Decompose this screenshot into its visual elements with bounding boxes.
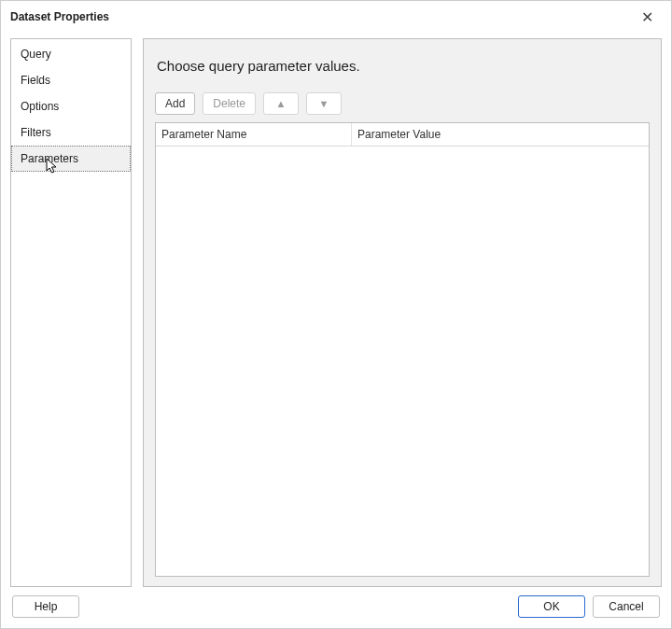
sidebar-item-query[interactable]: Query: [11, 41, 131, 67]
titlebar: Dataset Properties ✕: [1, 1, 671, 33]
sidebar-item-parameters[interactable]: Parameters: [11, 146, 131, 172]
delete-button[interactable]: Delete: [203, 92, 256, 115]
help-button[interactable]: Help: [12, 595, 79, 618]
main-heading: Choose query parameter values.: [157, 58, 650, 74]
arrow-up-icon: ▲: [276, 99, 287, 109]
sidebar-item-label: Filters: [21, 126, 51, 139]
help-button-label: Help: [35, 600, 58, 613]
ok-button[interactable]: OK: [518, 595, 585, 618]
cancel-button[interactable]: Cancel: [593, 595, 660, 618]
sidebar-item-fields[interactable]: Fields: [11, 67, 131, 93]
sidebar-item-label: Options: [21, 100, 59, 113]
close-icon: ✕: [641, 8, 653, 26]
dataset-properties-dialog: Dataset Properties ✕ Query Fields Option…: [0, 0, 672, 629]
sidebar-item-label: Fields: [21, 74, 50, 87]
cancel-button-label: Cancel: [609, 600, 643, 613]
sidebar-item-label: Query: [21, 48, 51, 61]
add-button[interactable]: Add: [155, 92, 195, 115]
grid-column-header-name[interactable]: Parameter Name: [156, 123, 352, 146]
dialog-body: Query Fields Options Filters Parameters …: [1, 33, 671, 591]
sidebar: Query Fields Options Filters Parameters: [10, 38, 132, 587]
sidebar-item-label: Parameters: [21, 152, 78, 165]
grid-header: Parameter Name Parameter Value: [156, 123, 649, 147]
dialog-title: Dataset Properties: [10, 10, 630, 23]
delete-button-label: Delete: [213, 97, 245, 110]
move-down-button[interactable]: ▼: [306, 92, 342, 115]
main-panel: Choose query parameter values. Add Delet…: [143, 38, 662, 587]
parameters-grid[interactable]: Parameter Name Parameter Value: [155, 122, 650, 577]
arrow-down-icon: ▼: [319, 99, 329, 109]
toolbar: Add Delete ▲ ▼: [155, 92, 650, 115]
dialog-footer: Help OK Cancel: [1, 591, 671, 628]
grid-body: [156, 147, 649, 576]
sidebar-item-filters[interactable]: Filters: [11, 119, 131, 146]
move-up-button[interactable]: ▲: [263, 92, 299, 115]
grid-column-header-value[interactable]: Parameter Value: [352, 123, 649, 146]
close-button[interactable]: ✕: [630, 4, 664, 30]
sidebar-item-options[interactable]: Options: [11, 93, 131, 119]
add-button-label: Add: [165, 97, 185, 110]
ok-button-label: OK: [543, 600, 559, 613]
